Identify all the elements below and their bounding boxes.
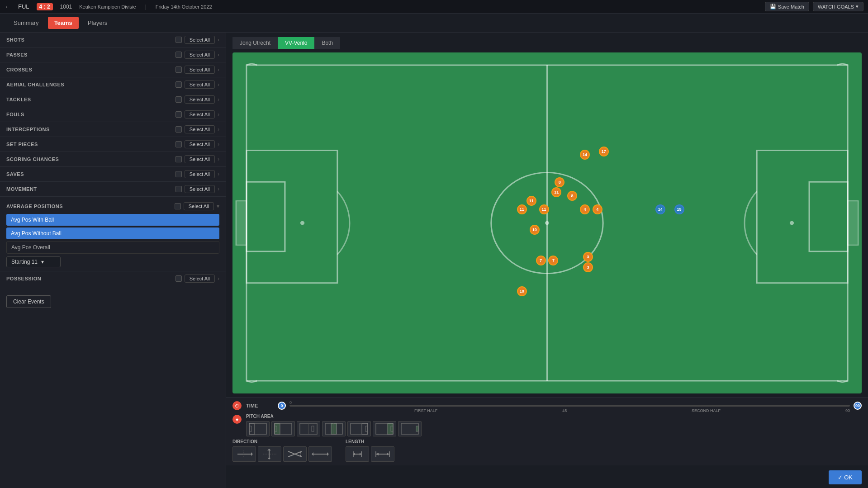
passes-controls: Select All › bbox=[175, 51, 219, 59]
scoring-expand-icon[interactable]: › bbox=[218, 156, 219, 162]
svg-rect-4 bbox=[247, 150, 337, 283]
crosses-expand-icon[interactable]: › bbox=[218, 66, 219, 73]
fouls-checkbox[interactable] bbox=[175, 111, 182, 118]
interceptions-expand-icon[interactable]: › bbox=[218, 126, 219, 133]
pitch-area-btn-3[interactable] bbox=[297, 421, 320, 436]
player-dot-0: 11 bbox=[551, 187, 561, 197]
length-btn-1[interactable] bbox=[346, 446, 369, 462]
fouls-controls: Select All › bbox=[175, 110, 219, 118]
tackles-expand-icon[interactable]: › bbox=[218, 96, 219, 103]
back-button[interactable]: ← bbox=[5, 3, 11, 10]
set-pieces-checkbox[interactable] bbox=[175, 141, 182, 147]
pitch-area-btn-7[interactable] bbox=[398, 421, 422, 436]
set-pieces-expand-icon[interactable]: › bbox=[218, 141, 219, 147]
length-icon-2 bbox=[374, 449, 391, 460]
aerial-select-all[interactable]: Select All bbox=[185, 81, 215, 89]
main-container: SHOTS Select All › PASSES Select All › C… bbox=[0, 33, 868, 488]
svg-rect-12 bbox=[249, 423, 266, 434]
time-left-handle[interactable]: 0 bbox=[278, 402, 286, 410]
saves-checkbox[interactable] bbox=[175, 171, 182, 177]
crosses-checkbox[interactable] bbox=[175, 66, 182, 73]
filter-interceptions: INTERCEPTIONS Select All › bbox=[0, 122, 226, 137]
fouls-expand-icon[interactable]: › bbox=[218, 111, 219, 118]
pitch-area-btn-6[interactable] bbox=[373, 421, 396, 436]
direction-btn-2[interactable] bbox=[258, 446, 281, 462]
player-dot-2: 11 bbox=[539, 204, 549, 214]
crosses-label: CROSSES bbox=[6, 67, 175, 72]
possession-expand-icon[interactable]: › bbox=[218, 275, 219, 282]
tab-players[interactable]: Players bbox=[81, 17, 114, 29]
clear-events-button[interactable]: Clear Events bbox=[6, 295, 51, 308]
filter-set-pieces: SET PIECES Select All › bbox=[0, 137, 226, 152]
possession-select-all[interactable]: Select All bbox=[185, 275, 215, 283]
crosses-select-all[interactable]: Select All bbox=[185, 66, 215, 74]
avg-positions-section: AVERAGE POSITIONS Select All ▾ Avg Pos W… bbox=[0, 197, 226, 271]
avg-positions-expand-icon[interactable]: ▾ bbox=[217, 203, 219, 209]
filter-scoring: SCORING CHANCES Select All › bbox=[0, 152, 226, 167]
subnav: Summary Teams Players bbox=[0, 14, 868, 33]
shots-expand-icon[interactable]: › bbox=[218, 37, 219, 43]
avg-positions-checkbox[interactable] bbox=[175, 203, 181, 209]
avg-pos-overall-btn[interactable]: Avg Pos Overall bbox=[6, 241, 219, 254]
saves-expand-icon[interactable]: › bbox=[218, 171, 219, 177]
pitch-area-btn-2[interactable] bbox=[271, 421, 295, 436]
team2-btn[interactable]: VV-Venlo bbox=[278, 37, 314, 49]
tab-teams[interactable]: Teams bbox=[48, 17, 79, 29]
passes-expand-icon[interactable]: › bbox=[218, 52, 219, 58]
team1-label: FUL bbox=[18, 3, 29, 10]
movement-select-all[interactable]: Select All bbox=[185, 185, 215, 193]
starting11-dropdown[interactable]: Starting 11 ▾ bbox=[6, 256, 61, 267]
time-slider[interactable]: 0 0 FIRST HALF bbox=[278, 402, 862, 410]
avg-positions-select-all[interactable]: Select All bbox=[184, 202, 214, 210]
tackles-controls: Select All › bbox=[175, 95, 219, 104]
direction-btn-3[interactable] bbox=[283, 446, 307, 462]
tackles-checkbox[interactable] bbox=[175, 96, 182, 103]
passes-select-all[interactable]: Select All bbox=[185, 51, 215, 59]
interceptions-select-all[interactable]: Select All bbox=[185, 125, 215, 133]
direction-icon-2 bbox=[261, 449, 278, 460]
aerial-checkbox[interactable] bbox=[175, 81, 182, 88]
direction-btn-4[interactable] bbox=[308, 446, 332, 462]
tackles-select-all[interactable]: Select All bbox=[185, 95, 215, 104]
movement-checkbox[interactable] bbox=[175, 186, 182, 192]
save-match-button[interactable]: 💾 Save Match bbox=[765, 2, 809, 11]
scoring-checkbox[interactable] bbox=[175, 156, 182, 162]
length-btn-2[interactable] bbox=[371, 446, 394, 462]
time-right-handle[interactable]: 90 bbox=[854, 402, 862, 410]
pitch-area-btn-5[interactable] bbox=[347, 421, 371, 436]
saves-select-all[interactable]: Select All bbox=[185, 170, 215, 178]
direction-btn-1[interactable] bbox=[232, 446, 256, 462]
scoring-select-all[interactable]: Select All bbox=[185, 155, 215, 163]
ok-button[interactable]: ✓ OK bbox=[829, 470, 862, 484]
tab-summary[interactable]: Summary bbox=[7, 17, 45, 29]
pitch-area-btn-1[interactable] bbox=[246, 421, 270, 436]
watch-goals-button[interactable]: WATCH GOALS ▾ bbox=[813, 2, 863, 11]
svg-rect-22 bbox=[312, 426, 314, 431]
shots-checkbox[interactable] bbox=[175, 37, 182, 43]
pitch-areas-buttons bbox=[246, 421, 422, 436]
pitch-area-btn-4[interactable] bbox=[322, 421, 346, 436]
pitch-area-icon-6 bbox=[375, 423, 394, 435]
chevron-down-icon: ▾ bbox=[41, 259, 44, 265]
shots-select-all[interactable]: Select All bbox=[185, 36, 215, 44]
player-dot-15: 17 bbox=[599, 147, 609, 156]
player-dot-16: 14 bbox=[655, 204, 665, 214]
passes-checkbox[interactable] bbox=[175, 52, 182, 58]
bottom-controls: ⏱ TIME 0 0 bbox=[226, 397, 868, 465]
movement-expand-icon[interactable]: › bbox=[218, 186, 219, 192]
set-pieces-controls: Select All › bbox=[175, 140, 219, 148]
saves-label: SAVES bbox=[6, 171, 175, 177]
aerial-expand-icon[interactable]: › bbox=[218, 81, 219, 88]
both-btn[interactable]: Both bbox=[314, 37, 340, 49]
length-icon-1 bbox=[349, 449, 366, 460]
fouls-select-all[interactable]: Select All bbox=[185, 110, 215, 118]
interceptions-label: INTERCEPTIONS bbox=[6, 127, 175, 132]
possession-checkbox[interactable] bbox=[175, 275, 182, 282]
interceptions-checkbox[interactable] bbox=[175, 126, 182, 133]
avg-pos-without-ball-btn[interactable]: Avg Pos Without Ball bbox=[6, 227, 219, 239]
set-pieces-select-all[interactable]: Select All bbox=[185, 140, 215, 148]
save-icon: 💾 bbox=[770, 4, 776, 9]
avg-pos-with-ball-btn[interactable]: Avg Pos With Ball bbox=[6, 214, 219, 226]
team1-btn[interactable]: Jong Utrecht bbox=[232, 37, 278, 49]
time-track-area: 0 FIRST HALF 45 SECOND HALF 90 bbox=[289, 405, 850, 407]
